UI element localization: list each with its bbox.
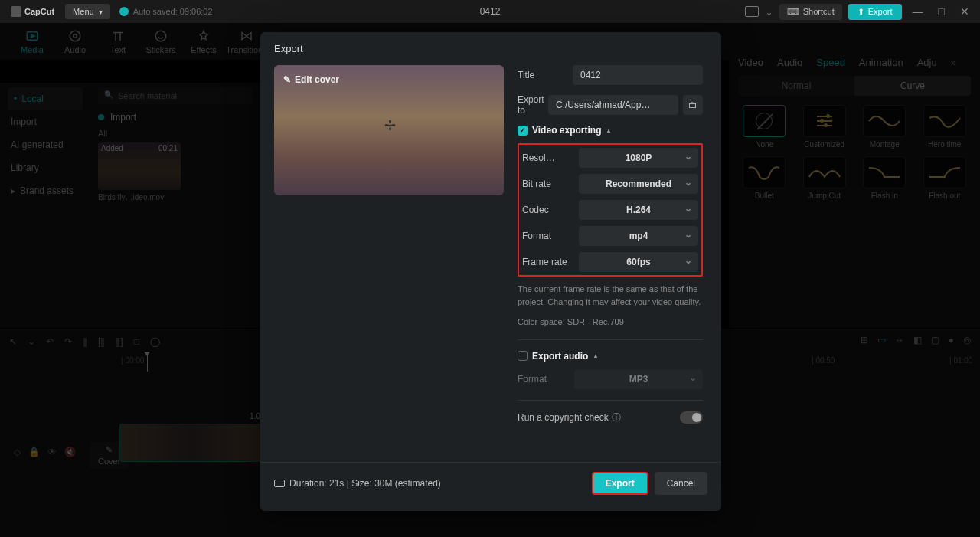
- export-button[interactable]: Export: [592, 472, 648, 495]
- bitrate-row: Bit rate Recommended: [522, 174, 698, 194]
- topbar-dropdown-icon[interactable]: ⌄: [765, 6, 773, 18]
- film-icon: [274, 480, 285, 487]
- prop-tabs-more-icon[interactable]: »: [951, 57, 956, 68]
- cover-preview[interactable]: ✎ Edit cover ✢: [274, 65, 504, 195]
- sidebar-brand[interactable]: ▸Brand assets: [8, 179, 83, 202]
- video-clip[interactable]: 1.0: [119, 424, 261, 462]
- edit-cover-label: Edit cover: [295, 74, 339, 85]
- preset-bullet[interactable]: Bullet: [738, 156, 791, 200]
- title-input[interactable]: [573, 65, 703, 85]
- prop-tab-audio[interactable]: Audio: [777, 57, 802, 68]
- export-top-button[interactable]: ⬆ Export: [848, 4, 902, 20]
- tab-media[interactable]: Media: [11, 29, 54, 54]
- preset-hero[interactable]: Hero time: [919, 105, 972, 149]
- close-icon[interactable]: ✕: [956, 5, 974, 18]
- pointer-tool-icon[interactable]: ↖: [9, 336, 17, 347]
- menu-button[interactable]: Menu: [65, 4, 110, 19]
- cancel-button[interactable]: Cancel: [655, 472, 707, 495]
- tl-tool-1-icon[interactable]: ⊟: [861, 335, 868, 345]
- folder-icon: 🗀: [688, 100, 697, 110]
- autosave-text: Auto saved: 09:06:02: [133, 7, 213, 16]
- sidebar-library[interactable]: Library: [8, 156, 83, 179]
- media-thumbnail[interactable]: Added 00:21: [98, 142, 181, 190]
- seg-normal[interactable]: Normal: [738, 76, 854, 96]
- export-path-input[interactable]: [548, 95, 678, 115]
- playhead[interactable]: [147, 355, 148, 372]
- export-audio-checkbox[interactable]: [518, 351, 528, 361]
- audio-format-label: Format: [518, 374, 574, 385]
- tab-stickers[interactable]: Stickers: [139, 29, 182, 54]
- prop-tab-adjust[interactable]: Adju: [917, 57, 937, 68]
- search-wrap: [98, 87, 253, 104]
- split-right-icon[interactable]: ‖]: [116, 336, 122, 347]
- search-input[interactable]: [98, 87, 253, 104]
- split-left-icon[interactable]: [‖: [98, 336, 105, 347]
- prop-tab-speed[interactable]: Speed: [816, 57, 845, 68]
- format-select[interactable]: mp4: [579, 226, 698, 246]
- tab-effects[interactable]: Effects: [182, 29, 225, 54]
- tl-tool-3-icon[interactable]: ↔: [895, 335, 904, 345]
- info-icon[interactable]: ⓘ: [612, 411, 621, 424]
- prop-tab-animation[interactable]: Animation: [859, 57, 903, 68]
- thumb-badge: Added: [101, 144, 123, 152]
- resolution-select[interactable]: 1080P: [579, 148, 698, 168]
- codec-select[interactable]: H.264: [579, 200, 698, 220]
- edit-cover-button[interactable]: ✎ Edit cover: [283, 74, 339, 85]
- minimize-icon[interactable]: —: [908, 5, 928, 18]
- track-visible-icon[interactable]: 👁: [47, 447, 57, 457]
- bitrate-select[interactable]: Recommended: [579, 174, 698, 194]
- import-row[interactable]: Import: [98, 112, 253, 123]
- track-lock-icon[interactable]: ◇: [14, 447, 21, 457]
- shortcut-label: Shortcut: [803, 7, 835, 16]
- framerate-select[interactable]: 60fps: [579, 252, 698, 272]
- sidebar-local[interactable]: •Local: [8, 87, 83, 110]
- sidebar-ai[interactable]: AI generated: [8, 133, 83, 156]
- track-mute-icon[interactable]: 🔇: [64, 447, 76, 457]
- tl-tool-2-icon[interactable]: ▭: [877, 335, 886, 345]
- tl-tool-5-icon[interactable]: ▢: [931, 335, 939, 345]
- tl-record-icon[interactable]: ◎: [963, 335, 971, 345]
- tab-audio[interactable]: Audio: [54, 29, 96, 54]
- split-icon[interactable]: ‖: [83, 336, 87, 347]
- sidebar-import[interactable]: Import: [8, 110, 83, 133]
- video-export-section[interactable]: ✓ Video exporting ▴: [518, 125, 703, 136]
- collapse-icon[interactable]: ▴: [594, 352, 597, 359]
- aspect-ratio-icon[interactable]: [745, 6, 759, 17]
- video-export-checkbox[interactable]: ✓: [518, 126, 528, 136]
- preset-flashout[interactable]: Flash out: [919, 156, 972, 200]
- ruler-tick: | 00:50: [812, 356, 835, 365]
- preset-none[interactable]: None: [738, 105, 791, 149]
- export-audio-section[interactable]: Export audio ▴: [518, 351, 703, 362]
- media-main: Import All Added 00:21 Birds fly…ideo.mo…: [90, 83, 260, 206]
- media-icon: [25, 29, 39, 43]
- app-logo: CapCut: [6, 6, 59, 17]
- maximize-icon[interactable]: □: [934, 5, 949, 18]
- tool-dropdown-icon[interactable]: ⌄: [28, 336, 35, 347]
- format-label: Format: [522, 231, 579, 241]
- track-lock2-icon[interactable]: 🔒: [28, 447, 40, 457]
- pencil-icon: ✎: [106, 445, 113, 455]
- preset-montage[interactable]: Montage: [858, 105, 911, 149]
- divider: [518, 400, 703, 401]
- speed-segmented: Normal Curve: [738, 76, 971, 96]
- prop-tab-video[interactable]: Video: [738, 57, 763, 68]
- preset-customized[interactable]: Customized: [799, 105, 851, 149]
- crop-icon[interactable]: □: [134, 336, 139, 347]
- mask-icon[interactable]: ◯: [150, 336, 160, 347]
- tab-audio-label: Audio: [64, 45, 86, 54]
- preset-flashin[interactable]: Flash in: [858, 156, 911, 200]
- collapse-icon[interactable]: ▴: [607, 127, 610, 134]
- cover-button[interactable]: ✎ Cover: [90, 442, 128, 469]
- preset-jumpcut[interactable]: Jump Cut: [799, 156, 851, 200]
- tl-tool-6-icon[interactable]: ●: [949, 335, 954, 345]
- redo-icon[interactable]: ↷: [64, 336, 72, 347]
- browse-folder-button[interactable]: 🗀: [683, 95, 703, 115]
- seg-curve[interactable]: Curve: [854, 76, 971, 96]
- tab-text[interactable]: Text: [96, 29, 139, 54]
- shortcut-button[interactable]: ⌨ Shortcut: [779, 4, 842, 20]
- undo-icon[interactable]: ↶: [46, 336, 54, 347]
- tl-tool-4-icon[interactable]: ◧: [913, 335, 922, 345]
- copyright-toggle[interactable]: [680, 411, 703, 424]
- preset-grid: None Customized Montage Hero time Bullet…: [738, 105, 971, 200]
- tab-effects-label: Effects: [191, 45, 216, 54]
